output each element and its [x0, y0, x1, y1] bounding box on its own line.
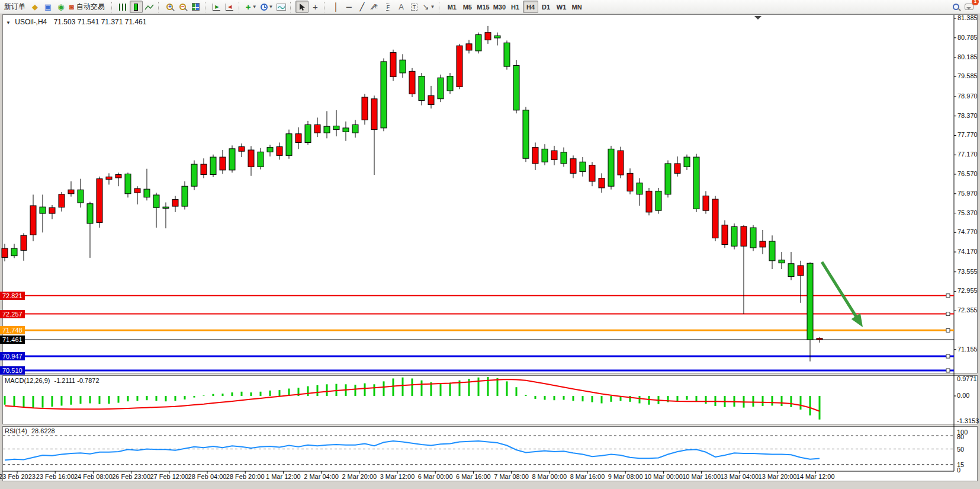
price-axis-tick: 80.785: [957, 34, 978, 41]
chart-menu-icon[interactable]: ▼: [6, 20, 11, 25]
price-axis-tick: 81.385: [957, 14, 978, 21]
time-axis-label: 8 Mar 16:00: [570, 473, 605, 480]
time-axis-label: 23 Feb 16:00: [36, 473, 75, 480]
time-axis-label: 3 Mar 12:00: [380, 473, 415, 480]
time-axis-label: 24 Feb 08:00: [74, 473, 113, 480]
chart-ohlc-values: 71.503 71.541 71.371 71.461: [54, 18, 147, 26]
rsi-indicator-label: RSI(14) 28.6228: [5, 427, 55, 434]
chart-canvas[interactable]: [0, 0, 980, 489]
price-line-badge: 72.821: [0, 292, 25, 300]
price-line-badge: 70.510: [0, 366, 25, 375]
macd-indicator-label: MACD(12,26,9) -1.2111 -0.7872: [5, 377, 99, 384]
time-axis-label: 13 Mar 04:00: [720, 473, 759, 480]
price-axis-tick: 72.355: [957, 306, 978, 314]
time-axis-label: 6 Mar 16:00: [456, 473, 491, 480]
price-axis-tick: 73.555: [957, 268, 978, 275]
time-axis-label: 26 Feb 23:00: [112, 473, 150, 480]
time-axis-label: 27 Feb 12:00: [150, 473, 188, 480]
macd-scale-zero: 0.00: [957, 392, 969, 399]
rsi-scale-label: 50: [957, 446, 964, 453]
price-axis-tick: 78.370: [957, 112, 978, 119]
price-axis-tick: 78.970: [957, 92, 978, 100]
time-axis-label: 7 Mar 08:00: [494, 473, 529, 480]
macd-scale-min: -1.3153: [957, 417, 979, 424]
price-axis-tick: 77.170: [957, 151, 978, 158]
time-axis-label: 28 Feb 20:00: [226, 473, 265, 480]
price-axis-tick: 77.770: [957, 131, 978, 138]
price-axis-tick: 79.585: [957, 72, 978, 79]
price-axis-tick: 80.185: [957, 53, 978, 60]
price-line-badge: 70.947: [0, 352, 25, 360]
price-line-badge: 71.461: [0, 335, 25, 344]
price-axis-tick: 76.570: [957, 170, 978, 177]
price-axis-tick: 74.770: [957, 228, 978, 235]
time-axis-label: 23 Feb 2023: [0, 473, 36, 480]
time-axis-label: 1 Mar 12:00: [266, 473, 301, 480]
price-line-badge: 72.257: [0, 310, 25, 318]
chart-title: ▼ USOil-,H4 71.503 71.541 71.371 71.461: [6, 18, 146, 26]
price-axis-tick: 72.955: [957, 287, 978, 294]
price-axis-tick: 71.155: [957, 346, 978, 353]
time-axis-label: 10 Mar 00:00: [644, 473, 683, 480]
price-axis-tick: 75.370: [957, 209, 978, 216]
macd-scale-max: 0.9771: [957, 375, 977, 382]
price-axis-tick: 74.170: [957, 248, 978, 255]
time-axis-label: 2 Mar 20:00: [342, 473, 377, 480]
time-axis-label: 9 Mar 08:00: [608, 473, 643, 480]
rsi-scale-label: 0: [957, 466, 960, 474]
application-window: 新订单 ◆ ▣ ◉ ◙ 自动交易 + − ▶ ◀ +▼ ▼ +: [0, 0, 980, 489]
time-axis-label: 14 Mar 12:00: [796, 473, 835, 480]
price-axis-tick: 75.970: [957, 190, 978, 197]
time-axis-label: 28 Feb 04:00: [188, 473, 227, 480]
time-axis-label: 6 Mar 00:00: [418, 473, 453, 480]
price-line-badge: 71.748: [0, 326, 25, 334]
time-axis-label: 8 Mar 00:00: [532, 473, 567, 480]
rsi-scale-label: 80: [957, 433, 964, 440]
chart-symbol-period: USOil-,H4: [15, 18, 47, 26]
time-axis-label: 13 Mar 20:00: [759, 473, 797, 480]
time-axis-label: 10 Mar 16:00: [682, 473, 721, 480]
time-axis-label: 2 Mar 04:00: [304, 473, 339, 480]
